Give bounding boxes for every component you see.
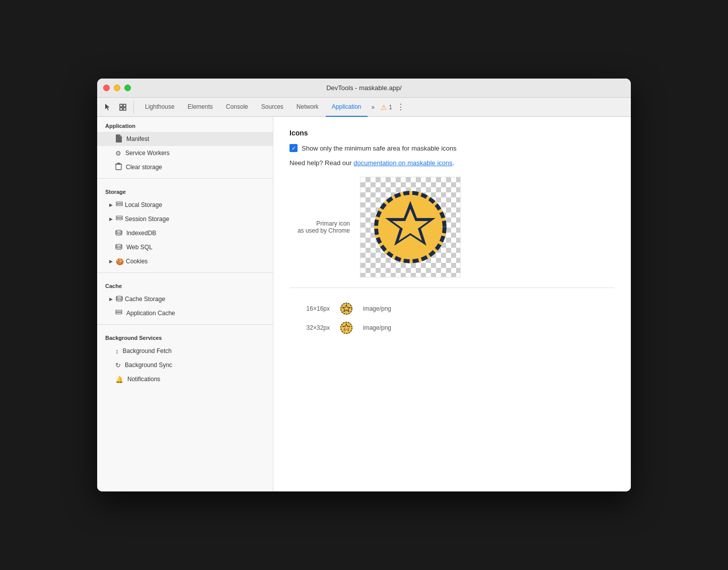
sidebar-item-session-storage[interactable]: ▶ Session Storage xyxy=(97,212,273,226)
sidebar-item-local-storage-label: Local Storage xyxy=(125,201,162,208)
small-icon-16-preview xyxy=(340,302,353,315)
small-icon-row-16: 16×16px image/png xyxy=(289,302,615,315)
svg-rect-0 xyxy=(120,104,122,107)
checkbox-label: Show only the minimum safe area for mask… xyxy=(302,145,457,152)
sidebar-item-web-sql-label: Web SQL xyxy=(126,244,153,251)
warning-count: 1 xyxy=(389,104,392,111)
sidebar-item-notifications-label: Notifications xyxy=(127,376,160,383)
small-icon-row-32: 32×32px image/png xyxy=(289,321,615,334)
sidebar-section-storage: Storage xyxy=(97,183,273,198)
checkmark-icon: ✓ xyxy=(292,146,296,151)
svg-rect-8 xyxy=(116,218,122,220)
toolbar: Lighthouse Elements Console Sources Netw… xyxy=(97,98,631,117)
small-icon-32-label: 32×32px xyxy=(289,324,330,331)
tab-console[interactable]: Console xyxy=(220,98,254,117)
sidebar-item-cache-storage-label: Cache Storage xyxy=(125,296,165,303)
maskable-icon-svg xyxy=(370,187,451,267)
main-content: Application Manifest ⚙ Service Workers xyxy=(97,117,631,491)
sidebar-item-manifest-label: Manifest xyxy=(126,135,149,142)
svg-point-9 xyxy=(116,230,122,232)
warning-badge: ⚠ 1 xyxy=(381,103,392,111)
primary-icon-label: Primary icon xyxy=(316,220,350,227)
sidebar-item-local-storage[interactable]: ▶ Local Storage xyxy=(97,198,273,212)
cookies-icon: 🍪 xyxy=(116,258,124,265)
tab-lighthouse[interactable]: Lighthouse xyxy=(139,98,181,117)
sidebar-item-web-sql[interactable]: Web SQL xyxy=(97,240,273,254)
window-title: DevTools - maskable.app/ xyxy=(326,84,402,92)
cursor-icon[interactable] xyxy=(101,101,114,114)
web-sql-icon xyxy=(115,244,122,251)
clear-storage-icon xyxy=(115,163,122,172)
background-sync-icon: ↻ xyxy=(115,362,121,369)
sidebar-section-application: Application xyxy=(97,117,273,132)
svg-rect-6 xyxy=(116,204,122,205)
primary-icon-sublabel: as used by Chrome xyxy=(298,227,350,234)
tab-sources[interactable]: Sources xyxy=(255,98,289,117)
sidebar-item-background-sync[interactable]: ↻ Background Sync xyxy=(97,358,273,372)
session-storage-icon xyxy=(116,216,123,223)
cache-storage-arrow: ▶ xyxy=(109,297,113,302)
close-button[interactable] xyxy=(103,85,110,91)
svg-point-11 xyxy=(116,296,122,298)
svg-rect-1 xyxy=(123,104,126,107)
icon-preview-main xyxy=(360,177,461,277)
sidebar-item-manifest[interactable]: Manifest xyxy=(97,132,273,146)
minimize-button[interactable] xyxy=(114,85,120,91)
svg-rect-4 xyxy=(116,164,121,170)
svg-rect-2 xyxy=(120,108,122,110)
icon-label-col: Primary icon as used by Chrome xyxy=(289,177,360,277)
sidebar-item-background-sync-label: Background Sync xyxy=(125,362,172,369)
service-workers-icon: ⚙ xyxy=(115,150,121,157)
svg-rect-7 xyxy=(116,216,122,218)
toolbar-icons xyxy=(101,101,134,114)
manifest-icon xyxy=(115,134,122,144)
svg-rect-12 xyxy=(116,310,122,312)
sidebar-divider-2 xyxy=(97,272,273,273)
svg-rect-5 xyxy=(116,202,122,203)
tab-elements[interactable]: Elements xyxy=(182,98,219,117)
sidebar-item-cookies-label: Cookies xyxy=(126,258,148,265)
inspect-icon[interactable] xyxy=(116,101,129,114)
tab-application[interactable]: Application xyxy=(326,98,368,117)
sidebar-item-clear-storage[interactable]: Clear storage xyxy=(97,160,273,174)
icons-section-title: Icons xyxy=(289,129,615,137)
sidebar-item-background-fetch-label: Background Fetch xyxy=(123,347,172,354)
maximize-button[interactable] xyxy=(124,85,131,91)
help-link[interactable]: documentation on maskable icons xyxy=(353,159,453,167)
help-suffix: . xyxy=(453,159,455,167)
notifications-icon: 🔔 xyxy=(115,376,123,383)
cookies-arrow: ▶ xyxy=(109,259,113,264)
warning-icon: ⚠ xyxy=(381,103,387,111)
sidebar-item-application-cache[interactable]: Application Cache xyxy=(97,306,273,320)
sidebar-item-clear-storage-label: Clear storage xyxy=(126,164,162,171)
maskable-checkbox[interactable]: ✓ xyxy=(289,144,298,152)
sidebar-item-notifications[interactable]: 🔔 Notifications xyxy=(97,372,273,386)
indexeddb-icon xyxy=(115,230,122,237)
checkbox-row: ✓ Show only the minimum safe area for ma… xyxy=(289,144,615,152)
main-panel: Icons ✓ Show only the minimum safe area … xyxy=(273,117,631,491)
titlebar: DevTools - maskable.app/ xyxy=(97,79,631,98)
sidebar-item-service-workers-label: Service Workers xyxy=(125,150,170,157)
sidebar-divider-1 xyxy=(97,178,273,179)
sidebar-section-background: Background Services xyxy=(97,329,273,344)
sidebar-item-indexeddb[interactable]: IndexedDB xyxy=(97,226,273,240)
sidebar-item-indexeddb-label: IndexedDB xyxy=(126,230,156,237)
help-prefix: Need help? Read our xyxy=(289,159,353,167)
background-fetch-icon: ↕ xyxy=(115,347,119,355)
sidebar-item-background-fetch[interactable]: ↕ Background Fetch xyxy=(97,344,273,358)
help-text: Need help? Read our documentation on mas… xyxy=(289,159,615,167)
local-storage-arrow: ▶ xyxy=(109,202,113,207)
tab-overflow[interactable]: » xyxy=(369,98,378,117)
more-button[interactable]: ⋮ xyxy=(394,101,407,114)
small-icon-16-label: 16×16px xyxy=(289,305,330,312)
sidebar-item-service-workers[interactable]: ⚙ Service Workers xyxy=(97,146,273,160)
application-cache-icon xyxy=(115,310,122,317)
icon-preview-section: Primary icon as used by Chrome xyxy=(289,177,615,277)
session-storage-arrow: ▶ xyxy=(109,217,113,222)
devtools-window: DevTools - maskable.app/ Lighthouse Elem… xyxy=(97,79,631,491)
tab-network[interactable]: Network xyxy=(290,98,325,117)
sidebar-item-cache-storage[interactable]: ▶ Cache Storage xyxy=(97,292,273,306)
sidebar-item-cookies[interactable]: ▶ 🍪 Cookies xyxy=(97,254,273,268)
svg-rect-13 xyxy=(116,312,122,314)
svg-point-10 xyxy=(116,244,122,246)
